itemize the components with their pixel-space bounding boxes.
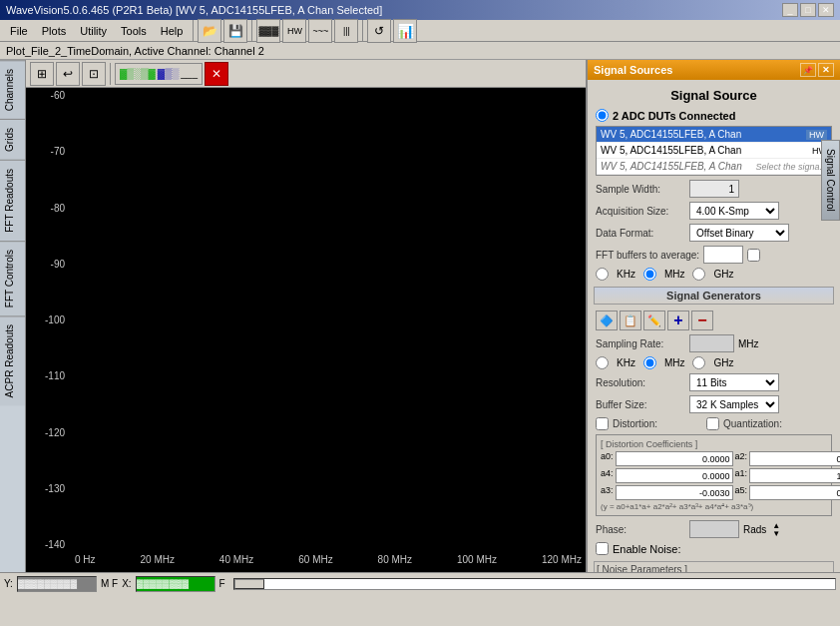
x-axis: 0 Hz 20 MHz 40 MHz 60 MHz 80 MHz 100 MHz… [71,552,586,572]
minimize-button[interactable]: _ [782,3,798,17]
toolbar-signal3[interactable]: ~~~ [308,19,332,43]
phase-input[interactable]: 0 [689,520,739,538]
toolbar-save[interactable]: 💾 [223,19,247,43]
enable-noise-check[interactable] [596,542,609,555]
active-channel-bar: Plot_File_2_TimeDomain, Active Channel: … [0,42,840,60]
freq-khz-radio[interactable] [596,268,609,281]
gen-btn-add[interactable]: + [667,311,689,330]
sidebar-tab-grids[interactable]: Grids [0,119,25,160]
sidebar-tab-channels[interactable]: Channels [0,60,25,119]
sample-width-row: Sample Width: [592,178,836,200]
freq2-mhz-radio[interactable] [643,356,656,369]
freq-mhz-radio[interactable] [643,268,656,281]
menu-utility[interactable]: Utility [74,23,113,39]
menu-separator [193,20,194,42]
chart-btn-close[interactable]: ✕ [205,62,228,86]
freq-unit-row: KHz MHz GHz [592,266,836,283]
resolution-select[interactable]: 11 Bits [689,373,779,391]
toolbar-signal1[interactable]: ▓▓▓ [256,19,280,43]
phase-label: Phase: [596,524,685,535]
maximize-button[interactable]: □ [800,3,816,17]
phase-row: Phase: 0 Rads ▲ ▼ [592,518,836,540]
sidebar-tab-fft-controls[interactable]: FFT Controls [0,241,25,315]
coeff-a3-input[interactable] [616,485,733,500]
freq2-khz-label: KHz [617,357,635,368]
signal-list-item-1[interactable]: WV 5, ADC14155LFEB, A Chan HW [597,143,831,159]
coeff-a1-label: a1: [735,468,748,483]
menu-file[interactable]: File [4,23,34,39]
toolbar-signal2[interactable]: HW [282,19,306,43]
freq2-ghz-radio[interactable] [692,356,705,369]
gen-btn-2[interactable]: 📋 [620,311,641,330]
gen-btn-3[interactable]: ✏️ [643,311,665,330]
chart-canvas[interactable]: -60 -70 -80 -90 -100 -110 -120 -130 -140… [26,88,586,572]
y-label: Y: [4,578,13,589]
sampling-rate-row: Sampling Rate: 100 MHz [592,332,836,354]
buffer-size-label: Buffer Size: [596,399,685,410]
x-input[interactable] [136,576,215,592]
chart-btn-zoom[interactable]: ⊡ [82,62,106,86]
toolbar-chart[interactable]: 📊 [393,19,417,43]
h-scrollbar-thumb[interactable] [234,579,264,589]
coeff-a2-input[interactable] [749,451,840,466]
quantization-label: Quantization: [723,418,813,429]
gen-btn-remove[interactable]: − [691,311,713,330]
sidebar-tab-acpr-readouts[interactable]: ACPR Readouts [0,315,25,405]
close-button[interactable]: ✕ [818,3,834,17]
acquisition-size-select[interactable]: 4.00 K-Smp [689,202,779,220]
sample-width-input[interactable] [689,180,739,198]
menu-tools[interactable]: Tools [115,23,153,39]
h-scrollbar-track[interactable] [233,578,836,590]
freq2-khz-radio[interactable] [596,356,609,369]
chart-btn-grid[interactable]: ⊞ [30,62,54,86]
signal-generators-title: Signal Generators [595,288,833,304]
signal-list-item-0[interactable]: WV 5, ADC14155LFEB, A Chan HW [597,127,831,143]
toolbar-signal4[interactable]: ||| [334,19,358,43]
x-label: X: [122,578,131,589]
phase-up-btn[interactable]: ▲ [772,521,780,529]
menu-plots[interactable]: Plots [36,23,72,39]
signal-item-name-0: WV 5, ADC14155LFEB, A Chan [601,129,741,140]
y-label-6: -120 [28,427,69,438]
select-signal-hint: Select the signa... [755,162,827,172]
y-label-7: -130 [28,483,69,494]
sidebar-tab-fft-readouts[interactable]: FFT Readouts [0,160,25,241]
coeff-a1-input[interactable] [749,468,840,483]
buffer-size-select[interactable]: 32 K Samples [689,395,779,413]
coeff-a5-input[interactable] [749,485,840,500]
fft-buffers-input[interactable]: 10 [703,246,743,264]
chart-btn-undo[interactable]: ↩ [56,62,80,86]
fft-buffers-check[interactable] [747,249,760,262]
y-input[interactable] [17,576,97,592]
toolbar-refresh[interactable]: ↺ [367,19,391,43]
panel-pin-button[interactable]: 📌 [800,63,816,77]
coeff-a0-input[interactable] [616,451,733,466]
connected-label: 2 ADC DUTs Connected [613,110,735,122]
freq-unit-row-2: KHz MHz GHz [592,354,836,371]
toolbar-sep2 [362,20,363,42]
source-radio[interactable] [596,109,609,122]
gen-btn-1[interactable]: 🔷 [596,311,618,330]
distortion-check[interactable] [596,417,609,430]
signal-control-tab[interactable]: Signal Control [821,140,840,221]
y-label-3: -90 [28,259,69,270]
signal-list-item-2[interactable]: WV 5, ADC14155LFEB, A Chan Select the si… [597,159,831,175]
connected-row: 2 ADC DUTs Connected [592,107,836,124]
freq-ghz-radio[interactable] [692,268,705,281]
toolbar-open[interactable]: 📂 [198,19,221,43]
left-sidebar: Channels Grids FFT Readouts FFT Controls… [0,60,26,572]
chart-toolbar: ⊞ ↩ ⊡ ▓▒░▒▓ ▓▒░ ___ ✕ [26,60,586,88]
coeff-a0-label: a0: [601,451,614,466]
data-format-select[interactable]: Offset Binary [689,224,789,242]
sampling-rate-label: Sampling Rate: [596,338,685,349]
coeff-a4-input[interactable] [616,468,733,483]
waveform-icon3: ___ [181,68,198,79]
menu-help[interactable]: Help [155,23,190,39]
quantization-check[interactable] [706,417,719,430]
buffer-size-row: Buffer Size: 32 K Samples [592,393,836,415]
coeffs-grid: a0: a2: a4: a1: a3: a5: [601,451,827,500]
chart-area: ⊞ ↩ ⊡ ▓▒░▒▓ ▓▒░ ___ ✕ -60 -70 -80 -90 -1… [26,60,586,572]
panel-close-button[interactable]: ✕ [818,63,834,77]
y-label-2: -80 [28,203,69,214]
phase-down-btn[interactable]: ▼ [772,529,780,537]
